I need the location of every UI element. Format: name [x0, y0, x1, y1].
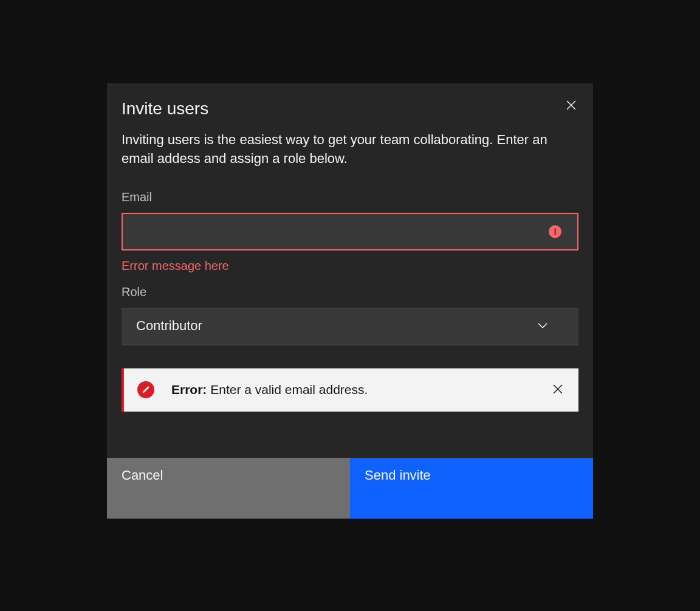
email-label: Email [122, 190, 578, 204]
email-input-wrapper: ! [122, 213, 578, 250]
role-selected-value: Contributor [136, 318, 202, 334]
modal-footer: Cancel Send invite [107, 458, 593, 519]
role-label: Role [122, 285, 578, 299]
warning-icon: ! [549, 225, 561, 238]
close-icon [565, 99, 577, 113]
close-modal-button[interactable] [563, 97, 580, 116]
role-select[interactable]: Contributor [122, 308, 578, 345]
modal-description: Inviting users is the easiest way to get… [107, 120, 593, 168]
svg-line-2 [143, 387, 148, 392]
notification-message: Enter a valid email address. [207, 382, 368, 396]
modal-title: Invite users [122, 98, 208, 120]
cancel-button[interactable]: Cancel [107, 458, 350, 519]
role-field-group: Role Contributor [107, 273, 593, 345]
send-invite-button[interactable]: Send invite [350, 458, 593, 519]
notification-prefix: Error: [171, 382, 207, 396]
modal-header: Invite users [107, 83, 593, 120]
close-icon [552, 383, 564, 397]
email-input[interactable] [122, 213, 578, 250]
error-icon [137, 381, 154, 398]
invite-users-modal: Invite users Inviting users is the easie… [107, 83, 593, 519]
email-inline-error: Error message here [122, 259, 578, 273]
dismiss-notification-button[interactable] [549, 381, 566, 399]
error-notification: Error: Enter a valid email address. [122, 368, 578, 412]
email-field-group: Email ! Error message here [107, 168, 593, 273]
chevron-down-icon [537, 320, 548, 331]
notification-text: Error: Enter a valid email address. [171, 382, 549, 397]
